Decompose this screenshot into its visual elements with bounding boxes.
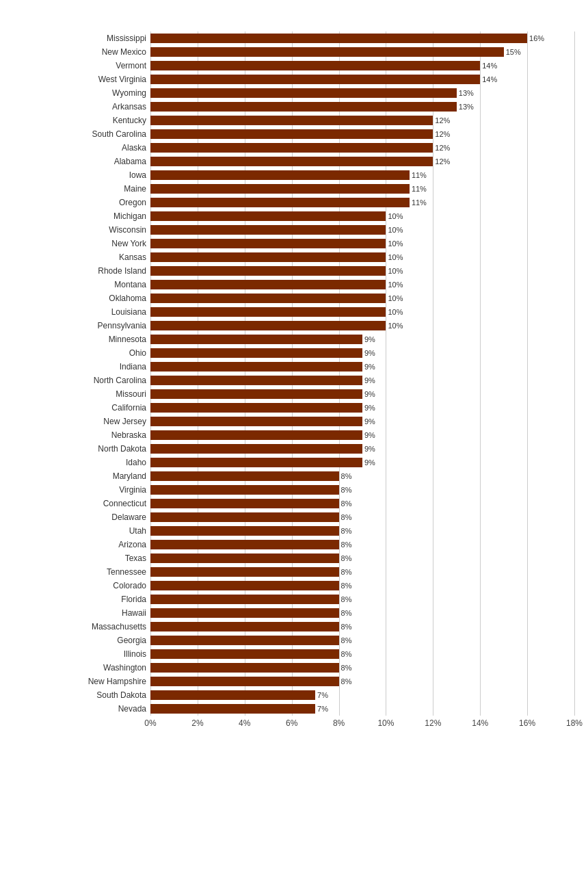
bar: [150, 485, 339, 495]
y-label-louisiana: Louisiana: [27, 305, 150, 319]
x-tick-label: 18%: [566, 718, 583, 728]
bar: [150, 649, 339, 659]
bar: [150, 143, 433, 153]
chart-area: MississippiNew MexicoVermontWest Virgini…: [14, 31, 574, 718]
bar-value-label: 10%: [388, 267, 403, 275]
bar: [150, 444, 362, 454]
y-label-kansas: Kansas: [27, 250, 150, 264]
y-label-oregon: Oregon: [27, 196, 150, 209]
x-tick-label: 10%: [377, 718, 394, 728]
bar-row: 8%: [150, 592, 574, 606]
y-label-new-mexico: New Mexico: [27, 45, 150, 59]
bar-row: 7%: [150, 688, 574, 702]
bar: [150, 636, 339, 645]
bar-value-label: 8%: [341, 527, 352, 535]
bar-value-label: 10%: [388, 212, 403, 220]
bar: [150, 690, 315, 700]
bar: [150, 663, 339, 673]
bar-value-label: 10%: [388, 294, 403, 302]
bar: [150, 704, 315, 714]
bar-row: 8%: [150, 675, 574, 688]
y-label-pennsylvania: Pennsylvania: [27, 319, 150, 333]
bar-row: 8%: [150, 510, 574, 524]
bar: [150, 75, 480, 84]
bar-row: 15%: [150, 45, 574, 59]
bar-value-label: 13%: [459, 89, 474, 97]
bar-row: 13%: [150, 100, 574, 114]
y-label-michigan: Michigan: [27, 209, 150, 223]
grid-line: [574, 31, 575, 716]
bar-value-label: 10%: [388, 322, 403, 330]
bar-row: 9%: [150, 456, 574, 469]
bar: [150, 211, 386, 221]
y-label-minnesota: Minnesota: [27, 333, 150, 346]
bar-value-label: 12%: [435, 157, 450, 166]
bar-row: 9%: [150, 360, 574, 374]
y-labels: MississippiNew MexicoVermontWest Virgini…: [27, 31, 150, 716]
bar-row: 9%: [150, 428, 574, 442]
bar: [150, 280, 386, 289]
bar-row: 9%: [150, 401, 574, 415]
bar-value-label: 9%: [364, 445, 375, 453]
y-label-maine: Maine: [27, 182, 150, 196]
bar: [150, 389, 362, 399]
bar-row: 8%: [150, 579, 574, 592]
bar-value-label: 13%: [459, 103, 474, 111]
bar-value-label: 16%: [529, 34, 544, 42]
bar-value-label: 10%: [388, 239, 403, 248]
bar-row: 8%: [150, 606, 574, 620]
bar: [150, 321, 386, 330]
bar: [150, 376, 362, 385]
x-tick-label: 4%: [239, 718, 250, 728]
y-label-new-jersey: New Jersey: [27, 415, 150, 428]
y-label-california: California: [27, 401, 150, 415]
y-label-north-dakota: North Dakota: [27, 442, 150, 456]
bar-row: 8%: [150, 620, 574, 634]
bar-value-label: 10%: [388, 281, 403, 289]
y-label-south-carolina: South Carolina: [27, 127, 150, 141]
y-label-wisconsin: Wisconsin: [27, 223, 150, 237]
y-label-alaska: Alaska: [27, 141, 150, 155]
y-label-missouri: Missouri: [27, 387, 150, 401]
bar: [150, 553, 339, 563]
bar-value-label: 11%: [412, 171, 427, 179]
bar-row: 10%: [150, 305, 574, 319]
bar-row: 8%: [150, 483, 574, 497]
bar: [150, 622, 339, 631]
bar-value-label: 12%: [435, 130, 450, 138]
bar-row: 8%: [150, 551, 574, 565]
bar: [150, 499, 339, 508]
bar: [150, 129, 433, 139]
bar: [150, 471, 339, 481]
bar-row: 10%: [150, 209, 574, 223]
bar: [150, 458, 362, 467]
bar: [150, 239, 386, 248]
bar: [150, 198, 410, 207]
bar: [150, 335, 362, 344]
bar-value-label: 8%: [341, 499, 352, 508]
bar: [150, 47, 504, 57]
bar-row: 10%: [150, 278, 574, 291]
bar-row: 13%: [150, 86, 574, 100]
bar-value-label: 10%: [388, 253, 403, 261]
bar-row: 10%: [150, 264, 574, 278]
bar-row: 12%: [150, 155, 574, 168]
bar: [150, 157, 433, 166]
y-label-texas: Texas: [27, 551, 150, 565]
bar-row: 10%: [150, 319, 574, 333]
y-label-ohio: Ohio: [27, 346, 150, 360]
bar: [150, 403, 362, 413]
bar-value-label: 8%: [341, 472, 352, 480]
bar-value-label: 9%: [364, 349, 375, 357]
bars-area: 16%15%14%14%13%13%12%12%12%12%11%11%11%1…: [150, 31, 574, 716]
y-label-north-carolina: North Carolina: [27, 374, 150, 387]
y-label-montana: Montana: [27, 278, 150, 291]
bar-value-label: 9%: [364, 417, 375, 426]
y-label-kentucky: Kentucky: [27, 114, 150, 127]
bar: [150, 512, 339, 522]
y-label-georgia: Georgia: [27, 634, 150, 647]
bar: [150, 170, 410, 180]
y-label-rhode-island: Rhode Island: [27, 264, 150, 278]
bar-value-label: 11%: [412, 185, 427, 193]
bar-value-label: 9%: [364, 376, 375, 385]
